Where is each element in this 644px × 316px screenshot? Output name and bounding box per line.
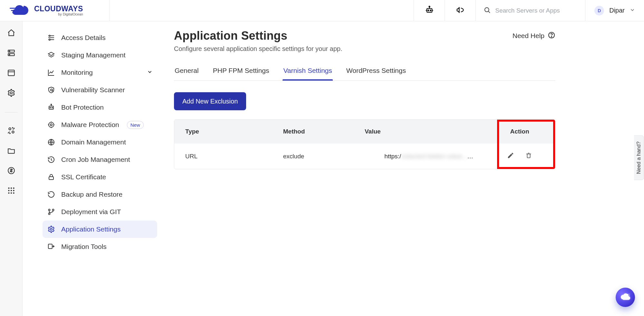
tab-general[interactable]: General bbox=[174, 62, 199, 80]
svg-point-32 bbox=[51, 104, 52, 105]
user-menu[interactable]: D Dipar bbox=[585, 0, 644, 21]
pencil-icon bbox=[507, 153, 514, 160]
need-help-label: Need Help bbox=[513, 32, 544, 40]
svg-point-21 bbox=[10, 190, 12, 191]
gear-outline-icon bbox=[7, 89, 15, 98]
svg-point-22 bbox=[13, 190, 14, 191]
svg-rect-41 bbox=[48, 244, 52, 249]
tune-icon bbox=[47, 34, 55, 42]
grid-icon bbox=[7, 186, 15, 196]
left-rail bbox=[0, 21, 23, 316]
search-input[interactable] bbox=[495, 7, 577, 14]
sidebar-item-ssl[interactable]: SSL Certificate bbox=[43, 168, 157, 186]
svg-point-43 bbox=[551, 36, 552, 37]
sidebar-item-vuln[interactable]: Vulnerability Scanner bbox=[43, 81, 157, 99]
sidebar-item-label: SSL Certificate bbox=[61, 173, 106, 181]
rail-servers[interactable] bbox=[7, 49, 16, 58]
sidebar-item-label: Cron Job Management bbox=[61, 156, 130, 163]
svg-point-20 bbox=[8, 190, 9, 191]
delete-button[interactable] bbox=[525, 152, 532, 161]
chevron-down-icon bbox=[147, 69, 153, 76]
svg-point-26 bbox=[49, 35, 50, 36]
need-help[interactable]: Need Help bbox=[513, 31, 555, 41]
search-icon bbox=[484, 6, 491, 15]
th-action: Action bbox=[484, 120, 555, 143]
edit-button[interactable] bbox=[507, 152, 514, 161]
announcements-button[interactable] bbox=[445, 0, 476, 21]
page: Access Details Staging Management Monito… bbox=[23, 21, 644, 316]
sidebar-item-bot[interactable]: Bot Protection bbox=[43, 99, 157, 116]
svg-point-24 bbox=[10, 192, 12, 193]
lock-icon bbox=[47, 173, 55, 181]
svg-point-13 bbox=[10, 92, 12, 94]
sidebar-item-migration[interactable]: Migration Tools bbox=[43, 238, 157, 255]
value-prefix: https:/ bbox=[384, 153, 401, 160]
td-actions bbox=[484, 143, 555, 169]
svg-point-19 bbox=[13, 187, 14, 189]
svg-point-10 bbox=[9, 51, 10, 52]
svg-rect-2 bbox=[12, 12, 19, 13]
add-exclusion-button[interactable]: Add New Exclusion bbox=[174, 92, 246, 110]
svg-point-37 bbox=[49, 209, 50, 211]
sidebar-item-cron[interactable]: Cron Job Management bbox=[43, 151, 157, 168]
sidebar-item-domain[interactable]: Domain Management bbox=[43, 133, 157, 151]
avatar: D bbox=[594, 6, 604, 15]
people-switch-icon bbox=[7, 126, 15, 136]
need-a-hand-tab[interactable]: Need a hand? bbox=[634, 135, 644, 180]
sidebar-item-malware[interactable]: Malware Protection New bbox=[43, 116, 157, 133]
sidebar-item-label: Bot Protection bbox=[61, 104, 104, 111]
sidebar-item-staging[interactable]: Staging Management bbox=[43, 46, 157, 64]
rail-grid[interactable] bbox=[7, 187, 16, 196]
sidebar-item-access-details[interactable]: Access Details bbox=[43, 29, 157, 46]
gear-icon bbox=[47, 225, 55, 233]
tab-php-fpm[interactable]: PHP FPM Settings bbox=[212, 62, 270, 80]
rail-teams[interactable] bbox=[7, 127, 16, 136]
git-branch-icon bbox=[47, 208, 55, 216]
svg-point-25 bbox=[13, 192, 14, 193]
help-icon bbox=[548, 31, 555, 41]
tabs: General PHP FPM Settings Varnish Setting… bbox=[174, 62, 555, 81]
global-search[interactable] bbox=[476, 0, 585, 21]
history-icon bbox=[47, 155, 55, 164]
svg-point-45 bbox=[628, 294, 629, 295]
svg-point-30 bbox=[50, 107, 51, 108]
tab-wordpress[interactable]: WordPress Settings bbox=[346, 62, 407, 80]
trash-icon bbox=[525, 153, 532, 160]
sidebar-item-app-settings[interactable]: Application Settings bbox=[43, 221, 157, 238]
home-icon bbox=[7, 29, 15, 38]
svg-point-27 bbox=[49, 39, 50, 40]
sidebar-item-label: Application Settings bbox=[61, 225, 120, 233]
svg-rect-1 bbox=[11, 10, 17, 11]
sidebar-item-monitoring[interactable]: Monitoring bbox=[43, 64, 157, 81]
chat-fab[interactable] bbox=[616, 288, 635, 307]
svg-point-46 bbox=[629, 295, 630, 296]
table-row: URL exclude https:/ redacted-hidden-valu… bbox=[174, 143, 555, 169]
sidebar-item-git[interactable]: Deployment via GIT bbox=[43, 203, 157, 221]
sidebar-item-backup[interactable]: Backup and Restore bbox=[43, 186, 157, 203]
sidebar-item-label: Deployment via GIT bbox=[61, 208, 121, 216]
svg-point-5 bbox=[430, 10, 431, 11]
sidebar-item-label: Vulnerability Scanner bbox=[61, 86, 125, 94]
app-sidebar: Access Details Staging Management Monito… bbox=[23, 21, 161, 316]
logo[interactable]: CLOUDWAYS by DigitalOcean bbox=[0, 0, 110, 21]
th-method: Method bbox=[272, 120, 354, 143]
sidebar-item-label: Staging Management bbox=[61, 51, 126, 59]
chart-icon bbox=[47, 68, 55, 77]
rail-settings[interactable] bbox=[7, 89, 16, 98]
tab-varnish[interactable]: Varnish Settings bbox=[283, 62, 332, 80]
cloud-chat-icon bbox=[620, 291, 631, 303]
svg-rect-36 bbox=[49, 177, 53, 180]
rail-apps[interactable] bbox=[7, 69, 16, 78]
rail-divider bbox=[5, 112, 18, 113]
bot-header-button[interactable] bbox=[414, 0, 445, 21]
svg-point-38 bbox=[49, 213, 50, 215]
rail-home[interactable] bbox=[7, 29, 16, 38]
sidebar-item-label: Monitoring bbox=[61, 69, 93, 76]
table-header: Type Method Value Action bbox=[174, 120, 555, 143]
rail-billing[interactable] bbox=[7, 167, 16, 176]
th-value: Value bbox=[354, 120, 484, 143]
user-name: Dipar bbox=[609, 7, 625, 14]
rail-projects[interactable] bbox=[7, 147, 16, 156]
svg-point-23 bbox=[8, 192, 9, 193]
migrate-icon bbox=[47, 242, 55, 251]
